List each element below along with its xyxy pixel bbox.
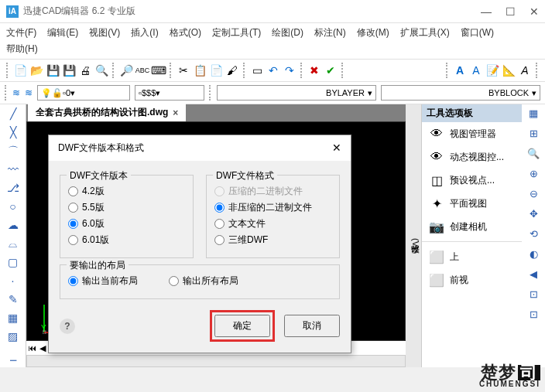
radio-layout-all[interactable]: 输出所有布局 xyxy=(169,274,238,288)
tab-first-icon[interactable]: ⏮ xyxy=(26,343,37,353)
zoomin-icon[interactable]: ⊕ xyxy=(526,168,541,182)
misc-icon[interactable]: ⊡ xyxy=(526,288,541,302)
palette-item-camera[interactable]: 📷创建相机 xyxy=(422,215,522,238)
spline-icon[interactable]: 〰 xyxy=(5,163,21,176)
nav-icon[interactable]: ⊞ xyxy=(526,128,541,141)
palette-item-front[interactable]: ⬜前视 xyxy=(422,268,522,291)
radio-v60[interactable]: 6.0版 xyxy=(68,217,185,230)
new-icon[interactable]: 📄 xyxy=(13,63,27,77)
file-tab[interactable]: 全套古典拱桥的结构设计图.dwg × xyxy=(28,104,186,121)
dialog-close-icon[interactable]: ✕ xyxy=(332,141,341,155)
paste-icon[interactable]: 📄 xyxy=(209,63,223,77)
ctrl-icon[interactable]: ⌨ xyxy=(152,63,166,77)
tab-close-icon[interactable]: × xyxy=(173,107,178,118)
group-layout: 要输出的布局 输出当前布局 输出所有布局 xyxy=(60,264,340,299)
palette-item-top[interactable]: ⬜上 xyxy=(422,245,522,268)
close-button[interactable]: ✕ xyxy=(530,5,539,18)
open-icon[interactable]: 📂 xyxy=(29,63,43,77)
circle-icon[interactable]: ○ xyxy=(5,200,21,213)
misc2-icon[interactable]: ⊡ xyxy=(526,308,541,322)
preview-icon[interactable]: 🔍 xyxy=(94,63,108,77)
text-a-icon[interactable]: A xyxy=(453,63,467,77)
menu-edit[interactable]: 编辑(E) xyxy=(47,26,78,39)
delete-icon[interactable]: ✖ xyxy=(307,63,321,77)
find-icon[interactable]: 🔎 xyxy=(119,63,133,77)
radio-v55[interactable]: 5.5版 xyxy=(68,201,185,214)
cut-icon[interactable]: ✂ xyxy=(177,63,190,77)
sidetab-modify[interactable]: 修改(V) xyxy=(410,238,421,250)
rect-icon[interactable]: ▢ xyxy=(5,256,21,268)
menu-ext[interactable]: 扩展工具(X) xyxy=(400,26,450,39)
redo-icon[interactable]: ↷ xyxy=(283,63,296,77)
brush-icon[interactable]: 🖌 xyxy=(225,63,239,77)
menu-format[interactable]: 格式(O) xyxy=(170,26,201,39)
scrollbar-h[interactable] xyxy=(26,355,406,367)
tab-prev-icon[interactable]: ◀ xyxy=(37,343,48,353)
render-icon[interactable]: ◐ xyxy=(526,248,541,262)
cloud-icon[interactable]: ☁ xyxy=(5,219,21,231)
sketch-icon[interactable]: ✎ xyxy=(5,293,21,305)
copy-icon[interactable]: 📋 xyxy=(193,63,207,77)
radio-layout-current[interactable]: 输出当前布局 xyxy=(68,274,138,288)
style-icon[interactable]: A xyxy=(518,63,532,77)
xline-icon[interactable]: ╳ xyxy=(5,126,21,138)
radio-fmt-text[interactable]: 文本文件 xyxy=(214,217,331,230)
orbit-icon[interactable]: ⟲ xyxy=(526,228,541,242)
money-combo[interactable]: ▫ $$$ ▾ xyxy=(135,85,204,101)
tool-palette: 工具选项板 👁视图管理器 👁动态视图控... ◫预设视点... ✦平面视图 📷创… xyxy=(421,104,522,367)
save-icon[interactable]: 💾 xyxy=(46,63,60,77)
radio-fmt-uncompressed[interactable]: 非压缩的二进制文件 xyxy=(214,201,331,214)
select-icon[interactable]: ▭ xyxy=(250,63,264,77)
dim-icon[interactable]: 📐 xyxy=(502,63,516,77)
menu-file[interactable]: 文件(F) xyxy=(6,26,36,39)
byblock-combo[interactable]: BYBLOCK ▾ xyxy=(381,85,540,101)
radio-v42[interactable]: 4.2版 xyxy=(68,185,185,198)
grid-icon[interactable]: ▦ xyxy=(526,107,541,121)
undo-icon[interactable]: ↶ xyxy=(266,63,280,77)
check-icon[interactable]: ✔ xyxy=(324,63,338,77)
layers-icon[interactable]: ≋ xyxy=(12,87,20,98)
minimize-button[interactable]: — xyxy=(481,5,492,18)
help-button[interactable]: ? xyxy=(60,319,75,334)
print-icon[interactable]: 🖨 xyxy=(78,63,92,77)
layer-combo[interactable]: 💡🔓▫ 0 ▾ xyxy=(37,85,130,101)
text-a2-icon[interactable]: A xyxy=(469,63,483,77)
radio-v601[interactable]: 6.01版 xyxy=(68,233,185,247)
palette-item-dynview[interactable]: 👁动态视图控... xyxy=(422,145,522,169)
palette-item-preset[interactable]: ◫预设视点... xyxy=(422,169,522,192)
menu-dim[interactable]: 标注(N) xyxy=(314,26,346,39)
menu-tools[interactable]: 定制工具(T) xyxy=(212,26,261,39)
bylayer-combo[interactable]: BYLAYER ▾ xyxy=(217,85,376,101)
ok-button[interactable]: 确定 xyxy=(214,315,270,337)
maximize-button[interactable]: ☐ xyxy=(506,5,516,18)
menu-window[interactable]: 窗口(W) xyxy=(461,26,494,39)
zoomout-icon[interactable]: ⊖ xyxy=(526,188,541,202)
prev-icon[interactable]: ◀ xyxy=(526,268,541,282)
cancel-button[interactable]: 取消 xyxy=(284,315,340,337)
radio-fmt-3d[interactable]: 三维DWF xyxy=(214,233,331,247)
tab-label: 全套古典拱桥的结构设计图.dwg xyxy=(36,106,168,119)
menu-view[interactable]: 视图(V) xyxy=(89,26,120,39)
menu-help[interactable]: 帮助(H) xyxy=(6,43,38,56)
zoom-icon[interactable]: 🔍 xyxy=(526,148,541,162)
pan-icon[interactable]: ✥ xyxy=(526,208,541,222)
spell-icon[interactable]: ABC xyxy=(135,63,149,77)
point-icon[interactable]: · xyxy=(5,274,21,287)
window-title: 迅捷CAD编辑器 6.2 专业版 xyxy=(23,5,481,18)
arc2-icon[interactable]: ⌓ xyxy=(5,237,21,250)
menu-insert[interactable]: 插入(I) xyxy=(131,26,158,39)
arc-icon[interactable]: ⌒ xyxy=(5,145,21,157)
hatch-icon[interactable]: ▨ xyxy=(5,330,21,343)
pline-icon[interactable]: ⎇ xyxy=(5,182,21,194)
table-icon[interactable]: ▦ xyxy=(5,312,21,324)
line-icon[interactable]: ╱ xyxy=(5,107,21,120)
palette-item-plan[interactable]: ✦平面视图 xyxy=(422,192,522,215)
menu-draw[interactable]: 绘图(D) xyxy=(272,26,303,39)
saveall-icon[interactable]: 💾 xyxy=(62,63,76,77)
menu-modify[interactable]: 修改(M) xyxy=(357,26,389,39)
side-tabs: 修改(V) 查询 图纸 维动态观察 xyxy=(406,104,421,367)
section-icon[interactable]: ⎯ xyxy=(5,349,21,361)
palette-item-viewmgr[interactable]: 👁视图管理器 xyxy=(422,122,522,145)
annot-icon[interactable]: 📝 xyxy=(485,63,499,77)
layerstate-icon[interactable]: ≋ xyxy=(25,87,33,98)
